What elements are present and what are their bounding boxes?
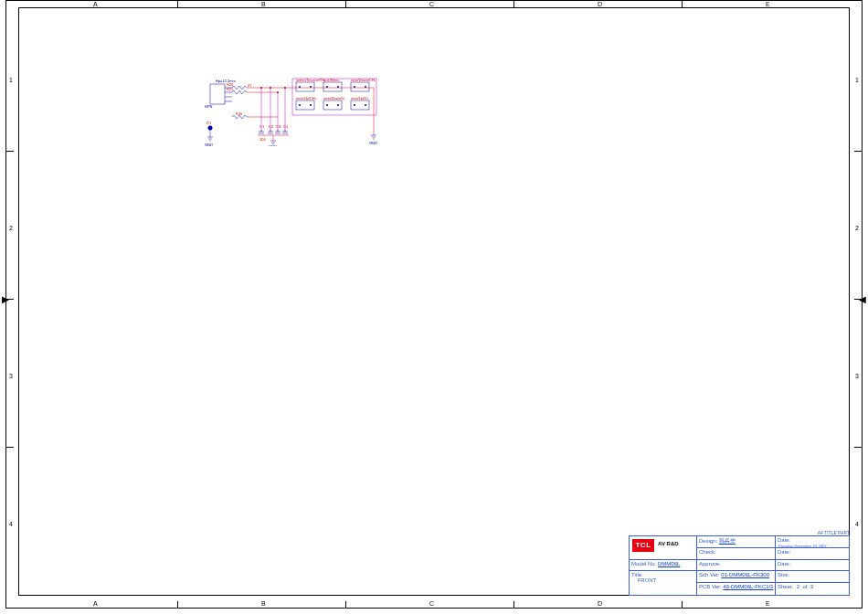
model-value: DMM06L <box>658 561 680 566</box>
sch-label: Sch Ver: <box>699 572 720 577</box>
col-label-bot-A: A <box>93 600 98 607</box>
row-label-R3: 3 <box>855 373 859 379</box>
svg-point-70 <box>284 87 286 89</box>
conn-type: HPN <box>205 104 213 109</box>
col-label-bot-C: C <box>429 600 434 607</box>
svg-point-44 <box>365 86 366 88</box>
title-block: TCL AV R&D Design: 韩兵华 Date:Thursday, De… <box>629 535 850 596</box>
row-label-R2: 2 <box>855 225 859 231</box>
row-label-R4: 4 <box>855 521 859 527</box>
svg-text:D1: D1 <box>206 121 212 125</box>
svg-point-46 <box>299 104 301 106</box>
row-label-L1: 1 <box>9 77 13 83</box>
svg-text:C3: C3 <box>276 124 281 129</box>
pcb-label: PCB Ver: <box>699 584 722 589</box>
size-label: Size: <box>776 571 849 583</box>
sch-value: 01-DMM06L-FK300 <box>721 572 769 577</box>
org-label: AV R&D <box>656 540 697 549</box>
svg-text:C4: C4 <box>283 124 289 129</box>
svg-point-37 <box>299 86 301 88</box>
row-label-L2: 2 <box>9 225 13 231</box>
svg-point-41 <box>337 86 339 88</box>
svg-text:GND: GND <box>205 143 213 146</box>
approve-label: Approve: <box>697 560 776 571</box>
col-label-bot-B: B <box>261 600 266 607</box>
col-label-top-C: C <box>429 1 434 7</box>
date-label: Date: <box>778 537 790 543</box>
svg-text:C1: C1 <box>259 124 265 129</box>
svg-point-47 <box>310 104 312 106</box>
col-label-top-E: E <box>766 1 770 7</box>
sheet-label: Sheet: <box>778 584 793 589</box>
svg-text:GND: GND <box>269 144 277 146</box>
svg-point-49 <box>326 104 328 106</box>
date2-label: Date: <box>776 548 849 560</box>
date3-label: Date: <box>776 560 849 571</box>
arrow-right: ◀ <box>859 294 866 304</box>
schematic-diagram: Hp=12.5mm HPN R20 R21 47 R19 <box>205 77 387 146</box>
design-value: 韩兵华 <box>719 538 736 544</box>
sheet-cur: 2 <box>797 584 799 589</box>
sheet-tot: 3 <box>810 584 813 589</box>
sheet-of: of <box>802 584 807 589</box>
arrow-left: ▶ <box>2 294 9 304</box>
svg-point-67 <box>260 87 262 89</box>
svg-point-53 <box>365 104 366 106</box>
row-label-L4: 4 <box>9 521 13 527</box>
row-label-L3: 3 <box>9 373 13 379</box>
svg-rect-0 <box>210 84 225 104</box>
col-label-bot-E: E <box>766 600 770 607</box>
svg-text:47: 47 <box>248 83 252 88</box>
svg-point-68 <box>270 87 271 89</box>
title-value: FRONT <box>638 577 657 583</box>
svg-point-43 <box>354 86 355 88</box>
pcb-value: 40-DMM06L-FKC1G <box>723 584 773 589</box>
svg-text:C2: C2 <box>269 124 274 129</box>
check-label: Check: <box>697 548 776 560</box>
svg-text:104: 104 <box>259 137 266 142</box>
col-label-top-D: D <box>598 1 602 7</box>
model-label: Model No: <box>631 561 656 566</box>
col-label-top-B: B <box>261 1 266 7</box>
svg-point-69 <box>277 91 279 93</box>
svg-point-38 <box>310 86 312 88</box>
svg-point-52 <box>354 104 355 106</box>
drawing-frame-inner <box>18 7 850 596</box>
svg-point-50 <box>337 104 339 106</box>
svg-text:R21: R21 <box>227 87 234 91</box>
svg-point-63 <box>208 126 213 131</box>
col-label-top-A: A <box>93 1 98 7</box>
svg-text:next/Up/V+: next/Up/V+ <box>351 96 370 101</box>
svg-text:GND: GND <box>369 141 377 145</box>
svg-text:next/Up/CH+: next/Up/CH+ <box>296 96 318 101</box>
svg-point-40 <box>326 86 328 88</box>
design-label: Design: <box>699 538 717 544</box>
row-label-R1: 1 <box>855 77 859 83</box>
svg-text:next/Down/V-: next/Down/V- <box>323 96 345 101</box>
col-label-bot-D: D <box>598 600 602 607</box>
